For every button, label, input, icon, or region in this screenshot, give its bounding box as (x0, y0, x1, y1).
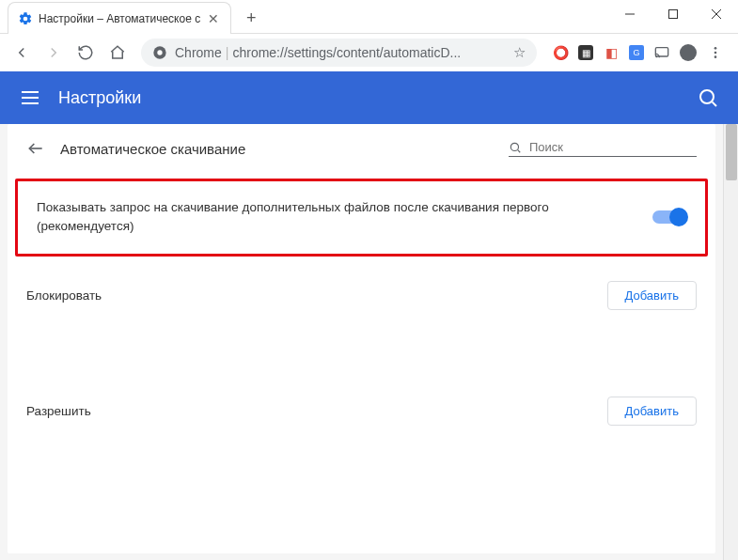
content-search-input[interactable] (529, 140, 680, 154)
svg-line-14 (713, 102, 716, 106)
reload-button[interactable] (71, 39, 100, 67)
omnibox-label: Chrome (175, 45, 222, 60)
hamburger-icon[interactable] (19, 86, 58, 109)
svg-line-17 (518, 149, 521, 152)
profile-icon[interactable] (680, 44, 697, 61)
browser-tab[interactable]: Настройки – Автоматическое с ✕ (8, 2, 231, 34)
svg-rect-6 (655, 48, 667, 56)
scrollbar-thumb[interactable] (726, 124, 737, 180)
main-toggle-switch[interactable] (652, 210, 686, 224)
omnibox-url: chrome://settings/content/automaticD... (232, 45, 461, 60)
svg-point-8 (714, 52, 717, 54)
maximize-button[interactable] (652, 0, 695, 28)
menu-button[interactable] (706, 39, 725, 67)
window-controls (608, 0, 738, 28)
extension-icon-4[interactable]: G (629, 45, 644, 60)
add-block-button[interactable]: Добавить (607, 281, 697, 310)
home-button[interactable] (103, 39, 132, 67)
toggle-knob (669, 208, 688, 226)
content-search-box[interactable] (509, 140, 697, 157)
new-tab-button[interactable]: + (237, 4, 265, 32)
forward-button[interactable] (39, 39, 68, 67)
gear-icon (18, 11, 33, 26)
bookmark-star-icon[interactable]: ☆ (513, 44, 526, 61)
tab-title: Настройки – Автоматическое с (39, 12, 200, 25)
allow-label: Разрешить (26, 404, 607, 418)
chrome-icon (152, 45, 167, 60)
window-titlebar: Настройки – Автоматическое с ✕ + (0, 0, 738, 34)
back-arrow-icon[interactable] (26, 139, 45, 158)
svg-point-9 (714, 55, 717, 58)
svg-point-13 (700, 90, 714, 103)
extension-icon-3[interactable]: ◧ (603, 44, 620, 61)
settings-content: Автоматическое скачивание Показывать зап… (0, 124, 723, 560)
extension-icons: ⭕ ▦ ◧ G (546, 39, 730, 67)
cast-icon[interactable] (653, 44, 670, 61)
page-subtitle: Автоматическое скачивание (60, 141, 494, 157)
svg-point-5 (157, 50, 162, 54)
minimize-button[interactable] (608, 0, 652, 28)
extension-icon-1[interactable]: ⭕ (552, 44, 569, 61)
svg-point-16 (510, 143, 518, 150)
header-title: Настройки (58, 88, 697, 108)
magnifier-icon (509, 141, 522, 154)
scrollbar[interactable] (723, 124, 738, 560)
address-bar[interactable]: Chrome | chrome://settings/content/autom… (141, 39, 537, 67)
main-toggle-row: Показывать запрос на скачивание дополнит… (15, 179, 708, 257)
svg-point-7 (714, 47, 717, 50)
block-label: Блокировать (26, 288, 607, 303)
allow-section: Разрешить Добавить (8, 381, 715, 441)
close-window-button[interactable] (695, 0, 738, 28)
block-section: Блокировать Добавить (8, 266, 715, 325)
main-toggle-label: Показывать запрос на скачивание дополнит… (37, 198, 652, 237)
svg-rect-1 (669, 10, 678, 19)
page-subheader: Автоматическое скачивание (8, 124, 715, 169)
extension-icon-2[interactable]: ▦ (578, 45, 593, 60)
tab-close-icon[interactable]: ✕ (206, 11, 221, 26)
settings-header: Настройки (0, 71, 738, 124)
omnibox-text: Chrome | chrome://settings/content/autom… (175, 45, 506, 60)
back-button[interactable] (8, 39, 36, 67)
search-icon[interactable] (697, 86, 719, 109)
add-allow-button[interactable]: Добавить (607, 397, 697, 426)
browser-toolbar: Chrome | chrome://settings/content/autom… (0, 34, 738, 71)
